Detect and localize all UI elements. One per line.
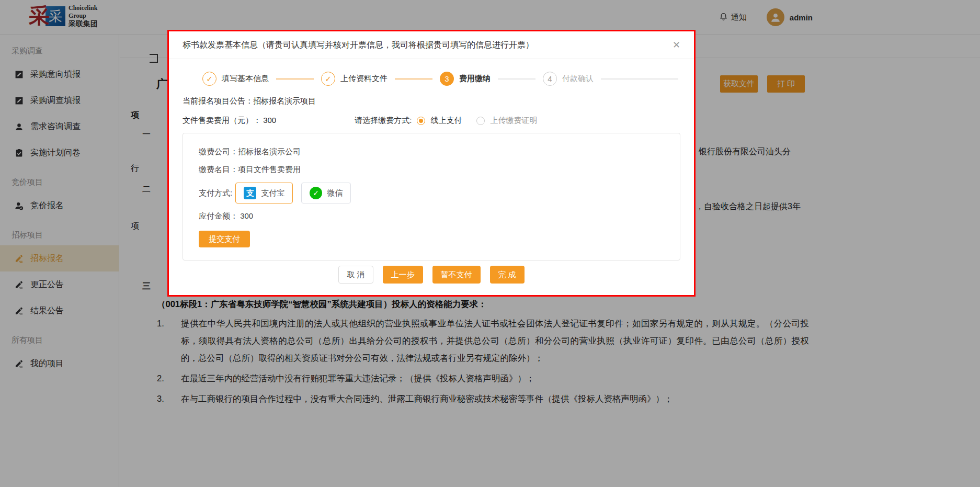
step-pay-fee: 3 费用缴纳 [440, 72, 491, 86]
step-label: 填写基本信息 [222, 74, 269, 84]
pay-company-text: 缴费公司：招标报名演示公司 [199, 147, 301, 157]
radio-online-payment[interactable] [417, 117, 425, 125]
pay-method-label: 请选择缴费方式: [355, 116, 412, 126]
pay-item-row: 缴费名目：项目文件售卖费用 [199, 165, 664, 175]
step-number: 3 [440, 72, 454, 86]
invoice-payment-modal: 标书款发票基本信息（请贵司认真填写并核对开票信息，我司将根据贵司填写的信息进行开… [167, 30, 696, 297]
wechat-icon: ✓ [310, 187, 322, 199]
step-payment-confirm: 4 付款确认 [543, 72, 594, 86]
modal-title: 标书款发票基本信息（请贵司认真填写并核对开票信息，我司将根据贵司填写的信息进行开… [183, 40, 534, 51]
step-upload-files: ✓ 上传资料文件 [321, 72, 388, 86]
step-wizard: ✓ 填写基本信息 ✓ 上传资料文件 3 费用缴纳 4 付款确认 [202, 72, 694, 86]
close-icon[interactable]: ✕ [673, 40, 680, 50]
finish-button[interactable]: 完 成 [490, 266, 525, 284]
cancel-button[interactable]: 取 消 [338, 266, 373, 284]
page-root: 采 采 Choicelink Group 采联集团 通知 admin 采购调查 [0, 0, 980, 487]
step-connector [498, 78, 535, 80]
step-label: 付款确认 [562, 74, 594, 84]
wechat-label: 微信 [327, 188, 343, 198]
amount-row: 应付金额： 300 [199, 211, 664, 221]
step-check-icon: ✓ [321, 72, 335, 86]
modal-footer: 取 消 上一步 暂不支付 完 成 [169, 266, 694, 284]
pay-way-row: 支付方式: 支 支付宝 ✓ 微信 [199, 183, 664, 203]
modal-header: 标书款发票基本信息（请贵司认真填写并核对开票信息，我司将根据贵司填写的信息进行开… [169, 31, 694, 59]
step-connector [395, 78, 432, 80]
submit-payment-button[interactable]: 提交支付 [199, 231, 250, 247]
step-connector [601, 78, 678, 80]
payment-panel: 缴费公司：招标报名演示公司 缴费名目：项目文件售卖费用 支付方式: 支 支付宝 … [183, 133, 680, 261]
step-number: 4 [543, 72, 557, 86]
prev-step-button[interactable]: 上一步 [383, 266, 423, 284]
step-label: 费用缴纳 [459, 74, 491, 84]
amount-text: 应付金额： 300 [199, 211, 253, 221]
current-project-row: 当前报名项目公告：招标报名演示项目 [183, 96, 680, 106]
step-check-icon: ✓ [202, 72, 216, 86]
pay-later-button[interactable]: 暂不支付 [432, 266, 481, 284]
pay-item-text: 缴费名目：项目文件售卖费用 [199, 165, 301, 175]
alipay-label: 支付宝 [261, 188, 284, 198]
alipay-icon: 支 [244, 187, 256, 199]
wechat-button[interactable]: ✓ 微信 [301, 183, 351, 203]
fee-row: 文件售卖费用（元）： 300 请选择缴费方式: 线上支付 上传缴费证明 [183, 116, 680, 126]
step-label: 上传资料文件 [340, 74, 388, 84]
alipay-button[interactable]: 支 支付宝 [235, 183, 293, 203]
radio-online-label[interactable]: 线上支付 [430, 116, 462, 126]
fee-text: 文件售卖费用（元）： 300 [183, 116, 276, 126]
pay-way-label: 支付方式: [199, 188, 232, 198]
step-fill-basic-info: ✓ 填写基本信息 [202, 72, 269, 86]
pay-method-group: 请选择缴费方式: 线上支付 上传缴费证明 [355, 116, 546, 126]
radio-upload-proof[interactable] [476, 117, 485, 125]
pay-company-row: 缴费公司：招标报名演示公司 [199, 147, 664, 157]
radio-upload-label[interactable]: 上传缴费证明 [490, 116, 537, 126]
current-project-text: 当前报名项目公告：招标报名演示项目 [183, 96, 316, 106]
step-connector [276, 78, 314, 80]
